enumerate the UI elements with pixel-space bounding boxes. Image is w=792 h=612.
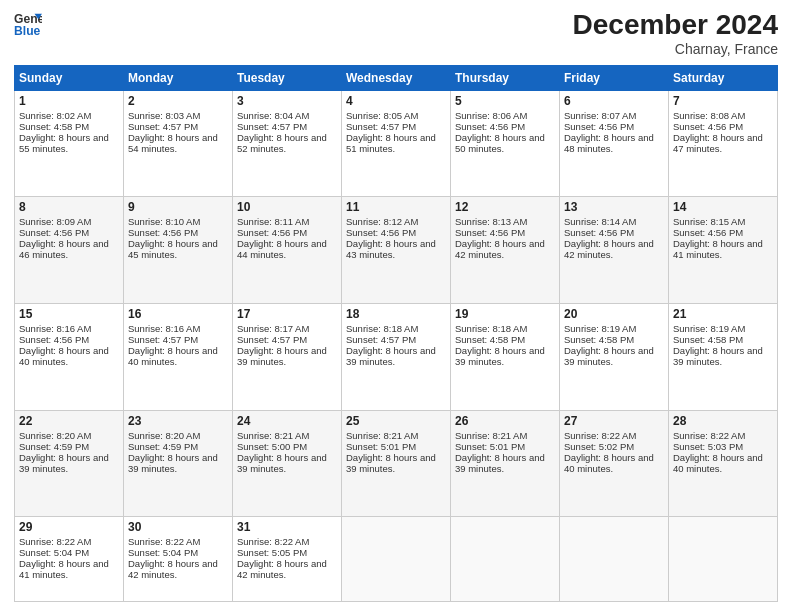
day-number: 5 [455,94,555,108]
table-row: 25Sunrise: 8:21 AMSunset: 5:01 PMDayligh… [342,410,451,517]
day-number: 7 [673,94,773,108]
day-number: 21 [673,307,773,321]
table-row: 15Sunrise: 8:16 AMSunset: 4:56 PMDayligh… [15,303,124,410]
day-info: Sunrise: 8:22 AM [673,430,773,441]
header: General Blue December 2024 Charnay, Fran… [14,10,778,57]
day-info: Sunrise: 8:04 AM [237,110,337,121]
table-row: 27Sunrise: 8:22 AMSunset: 5:02 PMDayligh… [560,410,669,517]
day-info: Daylight: 8 hours and 39 minutes. [237,452,337,474]
day-info: Sunset: 4:57 PM [128,334,228,345]
table-row: 18Sunrise: 8:18 AMSunset: 4:57 PMDayligh… [342,303,451,410]
day-info: Sunset: 4:57 PM [128,121,228,132]
day-info: Sunset: 4:59 PM [128,441,228,452]
day-number: 30 [128,520,228,534]
day-info: Daylight: 8 hours and 52 minutes. [237,132,337,154]
day-number: 10 [237,200,337,214]
day-info: Daylight: 8 hours and 40 minutes. [128,345,228,367]
day-number: 15 [19,307,119,321]
day-info: Daylight: 8 hours and 55 minutes. [19,132,119,154]
day-number: 2 [128,94,228,108]
day-info: Sunset: 4:56 PM [564,121,664,132]
svg-text:Blue: Blue [14,24,41,38]
day-info: Sunrise: 8:19 AM [673,323,773,334]
day-info: Sunrise: 8:19 AM [564,323,664,334]
day-info: Sunset: 4:56 PM [673,121,773,132]
day-info: Sunrise: 8:22 AM [564,430,664,441]
day-number: 25 [346,414,446,428]
table-row [342,517,451,602]
table-row [669,517,778,602]
day-info: Sunset: 4:57 PM [237,121,337,132]
table-row: 8Sunrise: 8:09 AMSunset: 4:56 PMDaylight… [15,197,124,304]
day-info: Sunrise: 8:06 AM [455,110,555,121]
day-number: 6 [564,94,664,108]
day-info: Sunset: 4:57 PM [346,121,446,132]
day-info: Daylight: 8 hours and 39 minutes. [128,452,228,474]
table-row: 16Sunrise: 8:16 AMSunset: 4:57 PMDayligh… [124,303,233,410]
table-row: 24Sunrise: 8:21 AMSunset: 5:00 PMDayligh… [233,410,342,517]
day-info: Daylight: 8 hours and 51 minutes. [346,132,446,154]
day-info: Sunrise: 8:13 AM [455,216,555,227]
day-info: Daylight: 8 hours and 46 minutes. [19,238,119,260]
table-row: 21Sunrise: 8:19 AMSunset: 4:58 PMDayligh… [669,303,778,410]
day-info: Sunrise: 8:12 AM [346,216,446,227]
day-info: Sunset: 5:01 PM [346,441,446,452]
day-info: Sunrise: 8:16 AM [19,323,119,334]
day-number: 3 [237,94,337,108]
day-info: Sunrise: 8:05 AM [346,110,446,121]
day-number: 28 [673,414,773,428]
day-info: Sunset: 5:03 PM [673,441,773,452]
table-row: 12Sunrise: 8:13 AMSunset: 4:56 PMDayligh… [451,197,560,304]
day-info: Daylight: 8 hours and 39 minutes. [346,452,446,474]
day-number: 19 [455,307,555,321]
day-info: Sunset: 4:56 PM [564,227,664,238]
day-info: Daylight: 8 hours and 54 minutes. [128,132,228,154]
day-info: Sunrise: 8:16 AM [128,323,228,334]
day-info: Sunset: 4:57 PM [346,334,446,345]
day-info: Sunset: 4:56 PM [237,227,337,238]
day-number: 31 [237,520,337,534]
col-thursday: Thursday [451,65,560,90]
day-info: Daylight: 8 hours and 41 minutes. [19,558,119,580]
day-number: 11 [346,200,446,214]
day-number: 24 [237,414,337,428]
table-row: 19Sunrise: 8:18 AMSunset: 4:58 PMDayligh… [451,303,560,410]
table-row: 11Sunrise: 8:12 AMSunset: 4:56 PMDayligh… [342,197,451,304]
day-info: Sunrise: 8:11 AM [237,216,337,227]
day-info: Daylight: 8 hours and 50 minutes. [455,132,555,154]
day-number: 26 [455,414,555,428]
day-info: Sunset: 4:58 PM [564,334,664,345]
day-info: Sunrise: 8:20 AM [128,430,228,441]
day-number: 1 [19,94,119,108]
day-info: Sunrise: 8:21 AM [455,430,555,441]
col-sunday: Sunday [15,65,124,90]
table-row [560,517,669,602]
day-number: 23 [128,414,228,428]
day-info: Daylight: 8 hours and 39 minutes. [673,345,773,367]
day-info: Daylight: 8 hours and 44 minutes. [237,238,337,260]
day-info: Sunset: 4:56 PM [346,227,446,238]
day-info: Sunrise: 8:15 AM [673,216,773,227]
day-info: Sunrise: 8:22 AM [237,536,337,547]
day-number: 17 [237,307,337,321]
calendar-header-row: Sunday Monday Tuesday Wednesday Thursday… [15,65,778,90]
day-number: 29 [19,520,119,534]
day-info: Daylight: 8 hours and 42 minutes. [455,238,555,260]
day-info: Daylight: 8 hours and 40 minutes. [564,452,664,474]
day-info: Sunrise: 8:03 AM [128,110,228,121]
col-wednesday: Wednesday [342,65,451,90]
day-info: Daylight: 8 hours and 41 minutes. [673,238,773,260]
day-info: Daylight: 8 hours and 39 minutes. [455,345,555,367]
day-info: Daylight: 8 hours and 40 minutes. [673,452,773,474]
day-info: Sunset: 5:05 PM [237,547,337,558]
day-info: Sunrise: 8:22 AM [128,536,228,547]
table-row: 28Sunrise: 8:22 AMSunset: 5:03 PMDayligh… [669,410,778,517]
day-info: Sunrise: 8:18 AM [455,323,555,334]
col-friday: Friday [560,65,669,90]
table-row: 26Sunrise: 8:21 AMSunset: 5:01 PMDayligh… [451,410,560,517]
day-info: Daylight: 8 hours and 42 minutes. [128,558,228,580]
table-row: 20Sunrise: 8:19 AMSunset: 4:58 PMDayligh… [560,303,669,410]
table-row [451,517,560,602]
day-info: Sunrise: 8:09 AM [19,216,119,227]
day-info: Sunset: 4:56 PM [673,227,773,238]
